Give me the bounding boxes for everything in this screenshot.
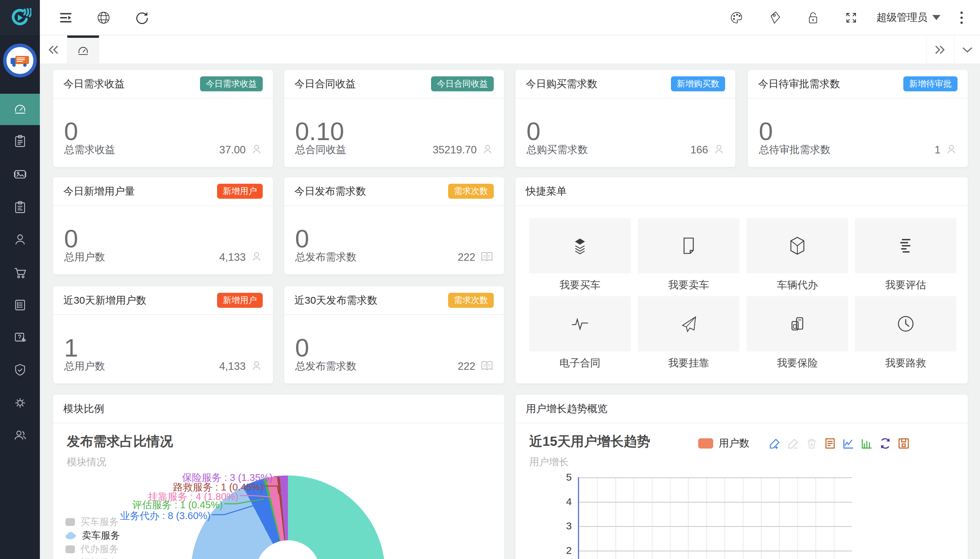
lock-icon bbox=[807, 11, 819, 25]
stat-card-footer-label: 总用户数 bbox=[64, 359, 219, 373]
tabbar-divider bbox=[926, 35, 927, 64]
footer-icon-slot bbox=[480, 360, 494, 373]
toolbox-data-view-button[interactable] bbox=[823, 437, 836, 450]
toolbox-restore-button[interactable] bbox=[879, 437, 892, 450]
clipboard-icon bbox=[13, 134, 27, 148]
cloud-swatch-icon bbox=[66, 531, 76, 539]
line-legend-users[interactable]: 用户数 bbox=[698, 436, 749, 450]
stat-card-title: 今日需求收益 bbox=[63, 77, 125, 91]
line-chart-grid bbox=[578, 477, 851, 559]
toolbox-pencil-plus-button[interactable] bbox=[769, 437, 781, 450]
theme-button[interactable] bbox=[729, 11, 744, 25]
language-button[interactable] bbox=[96, 11, 111, 25]
stat-card-badge: 需求次数 bbox=[448, 293, 494, 308]
globe-icon bbox=[97, 11, 111, 25]
stat-card-title: 今日待审批需求数 bbox=[758, 77, 840, 91]
align-lines-icon bbox=[896, 237, 915, 255]
gridline bbox=[579, 502, 852, 503]
caret-down-icon bbox=[932, 15, 940, 20]
sidebar-item-documents[interactable] bbox=[0, 289, 40, 321]
sidebar-item-dashboard[interactable] bbox=[0, 94, 40, 125]
user-growth-card-title: 用户增长趋势概览 bbox=[526, 402, 607, 416]
footer-icon-slot bbox=[251, 360, 263, 373]
lock-button[interactable] bbox=[806, 11, 820, 25]
box-3d-icon bbox=[789, 236, 806, 255]
sidebar-item-users[interactable] bbox=[0, 224, 40, 255]
user-growth-card: 用户增长趋势概览 近15天用户增长趋势 用户数 bbox=[516, 395, 968, 559]
pie-legend-item-agency[interactable]: 代办服务 bbox=[66, 542, 119, 556]
stat-card-footer-value: 35219.70 bbox=[433, 144, 477, 156]
toolbox-line-chart-button[interactable] bbox=[842, 437, 855, 450]
quick-menu-evaluate[interactable] bbox=[855, 218, 957, 273]
pencil-minus-icon bbox=[787, 437, 799, 450]
sidebar-item-security[interactable] bbox=[0, 354, 40, 385]
footer-icon-slot bbox=[945, 143, 957, 157]
wallet-icon bbox=[788, 314, 807, 333]
stat-card-value: 0 bbox=[526, 117, 540, 146]
quick-menu-insurance[interactable] bbox=[747, 296, 848, 351]
y-axis-tick: 4 bbox=[551, 496, 572, 508]
legend-swatch bbox=[66, 518, 75, 526]
double-chevron-right-icon bbox=[934, 45, 946, 55]
pie-legend-item-buy[interactable]: 买车服务 bbox=[66, 515, 119, 528]
footer-icon-slot bbox=[713, 143, 725, 157]
document-list-icon bbox=[13, 298, 27, 312]
stat-card-footer-value: 4,133 bbox=[219, 360, 246, 372]
toolbox-clear-button[interactable] bbox=[805, 437, 818, 450]
sidebar bbox=[0, 0, 40, 559]
quick-menu-card: 快捷菜单 bbox=[516, 177, 968, 384]
toolbox-pencil-minus-button[interactable] bbox=[787, 437, 800, 450]
toolbox-save-button[interactable] bbox=[897, 437, 910, 450]
sidebar-item-media[interactable] bbox=[0, 159, 40, 190]
quick-menu-buy-car[interactable] bbox=[529, 218, 631, 273]
sidebar-item-orders[interactable] bbox=[0, 126, 40, 157]
quick-menu-road-rescue[interactable] bbox=[855, 296, 957, 351]
sidebar-item-feedback[interactable] bbox=[0, 322, 40, 353]
bar-chart-icon bbox=[861, 437, 873, 450]
refresh-icon bbox=[135, 11, 148, 25]
stat-card-footer-label: 总发布需求数 bbox=[295, 359, 458, 373]
user-menu[interactable]: 超级管理员 bbox=[876, 0, 940, 35]
quick-menu-e-contract[interactable] bbox=[529, 296, 631, 351]
refresh-icon bbox=[879, 437, 891, 450]
quick-menu-label: 电子合同 bbox=[529, 356, 631, 370]
footer-icon-slot bbox=[251, 251, 263, 264]
stat-card-value: 0 bbox=[64, 224, 78, 253]
sidebar-item-forms[interactable] bbox=[0, 192, 40, 223]
pulse-icon bbox=[571, 315, 589, 332]
refresh-button[interactable] bbox=[135, 11, 149, 25]
stat-card-title: 近30天发布需求数 bbox=[294, 293, 377, 308]
quick-menu-vehicle-agency[interactable] bbox=[747, 218, 848, 273]
stat-card: 今日购买需求数 新增购买数 0 总购买需求数 166 bbox=[516, 70, 735, 167]
gridline bbox=[579, 477, 852, 478]
fullscreen-button[interactable] bbox=[844, 11, 858, 25]
scroll-tabs-right-button[interactable] bbox=[930, 35, 950, 64]
legend-label: 卖车服务 bbox=[82, 529, 120, 542]
tag-button[interactable] bbox=[768, 11, 782, 25]
pie-legend-item-sell[interactable]: 卖车服务 bbox=[66, 529, 120, 542]
stat-card-value: 0 bbox=[759, 117, 773, 146]
stat-card-footer-label: 总待审批需求数 bbox=[759, 143, 935, 157]
quick-menu-affiliate[interactable] bbox=[638, 296, 739, 351]
pie-legend-item-evaluate[interactable]: 评估服务 bbox=[66, 556, 119, 559]
legend-label: 用户数 bbox=[719, 436, 749, 450]
stat-card: 今日发布需求数 需求次数 0 总发布需求数 222 bbox=[284, 177, 504, 275]
more-menu-button[interactable] bbox=[954, 11, 969, 25]
gridline bbox=[579, 526, 852, 527]
tab-dashboard[interactable] bbox=[67, 35, 99, 64]
quick-menu-label: 我要买车 bbox=[529, 278, 631, 292]
stat-card-footer-value: 1 bbox=[935, 144, 940, 156]
sidebar-item-accounts[interactable] bbox=[0, 420, 40, 451]
scroll-tabs-left-button[interactable] bbox=[43, 35, 64, 64]
stat-card-badge: 新增用户 bbox=[217, 184, 263, 199]
toolbox-bar-chart-button[interactable] bbox=[860, 437, 873, 450]
sidebar-item-shop[interactable] bbox=[0, 257, 40, 288]
user-group-icon bbox=[13, 428, 28, 442]
tab-options-button[interactable] bbox=[957, 35, 978, 64]
truck-logo-icon bbox=[10, 54, 31, 68]
collapse-menu-button[interactable] bbox=[59, 11, 73, 25]
quick-menu-sell-car[interactable] bbox=[638, 218, 739, 273]
sidebar-item-settings[interactable] bbox=[0, 387, 40, 418]
quick-menu-title: 快捷菜单 bbox=[526, 184, 567, 198]
user-name: 超级管理员 bbox=[876, 11, 927, 25]
